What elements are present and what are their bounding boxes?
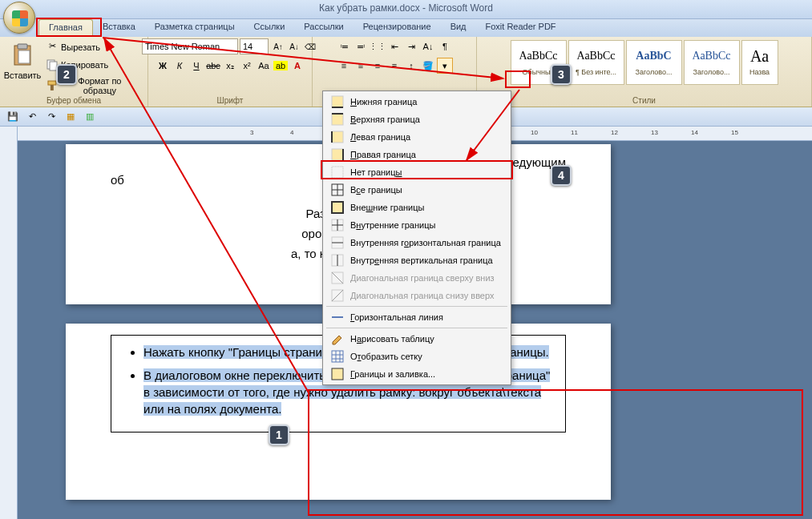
redo-icon: ↷ (48, 111, 55, 122)
undo-button[interactable]: ↶ (24, 109, 40, 125)
paste-button[interactable]: Вставить (5, 38, 40, 91)
clipboard-title: Буфер обмена (0, 96, 147, 105)
tab-layout[interactable]: Разметка страницы (145, 19, 244, 37)
indent-inc-button[interactable]: ⇥ (403, 38, 419, 54)
sort-icon: A↓ (423, 42, 434, 51)
menu-borders-shading[interactable]: Границы и заливка... (323, 365, 511, 383)
svg-rect-10 (332, 96, 343, 107)
font-color-icon: A (294, 61, 301, 70)
office-button[interactable] (3, 2, 35, 34)
borders-menu: ННижняя границаижняя граница Верхняя гра… (322, 91, 511, 385)
menu-inside-h-border[interactable]: Внутренняя горизонтальная граница (323, 234, 511, 251)
underline-button[interactable]: Ч (188, 58, 204, 74)
sort-button[interactable]: A↓ (420, 38, 436, 54)
no-border-icon (331, 166, 344, 179)
title-bar: Как убрать рамки.docx - Microsoft Word (0, 0, 812, 19)
undo-icon: ↶ (29, 111, 36, 122)
indent-dec-button[interactable]: ⇤ (386, 38, 402, 54)
highlight-button[interactable]: ab (273, 58, 289, 74)
subscript-button[interactable]: x₂ (222, 58, 238, 74)
align-left-button[interactable]: ≡ (336, 58, 352, 74)
tab-foxit[interactable]: Foxit Reader PDF (476, 19, 566, 37)
style-heading1[interactable]: AaBbC Заголово... (626, 40, 682, 85)
svg-rect-2 (18, 50, 30, 63)
style-heading2[interactable]: АаBbCc Заголово... (684, 40, 740, 85)
indent-dec-icon: ⇤ (391, 42, 398, 52)
superscript-button[interactable]: x² (239, 58, 255, 74)
tab-refs[interactable]: Ссылки (244, 19, 295, 37)
tab-home[interactable]: Главная (38, 19, 93, 37)
menu-bottom-border[interactable]: ННижняя границаижняя граница (323, 93, 511, 111)
strike-button[interactable]: abc (205, 58, 221, 74)
svg-rect-40 (332, 368, 343, 380)
align-right-button[interactable]: ≡ (370, 58, 386, 74)
svg-rect-5 (48, 81, 56, 85)
font-color-button[interactable]: A (289, 58, 305, 74)
multilevel-button[interactable]: ⋮⋮ (370, 38, 386, 54)
menu-diag-up: Диагональная граница снизу вверх (323, 287, 511, 304)
line-spacing-icon: ↕ (409, 61, 414, 70)
menu-horizontal-line[interactable]: Горизонтальная линия (323, 308, 511, 326)
all-borders-icon (331, 183, 344, 196)
shrink-font-button[interactable]: A↓ (286, 38, 302, 54)
style-no-spacing[interactable]: АаBbCc ¶ Без инте... (568, 40, 624, 85)
menu-all-borders[interactable]: Все границы (323, 181, 511, 199)
menu-no-border[interactable]: Нет границы (323, 163, 511, 181)
align-left-icon: ≡ (341, 61, 346, 70)
svg-rect-16 (332, 149, 343, 160)
menu-left-border[interactable]: Левая граница (323, 128, 511, 146)
shading-button[interactable]: 🪣 (420, 58, 436, 74)
change-case-button[interactable]: Aa (256, 58, 272, 74)
vertical-ruler[interactable] (0, 127, 18, 519)
svg-rect-18 (332, 167, 343, 178)
multilevel-icon: ⋮⋮ (369, 42, 386, 52)
align-center-button[interactable]: ≡ (353, 58, 369, 74)
ribbon-tabs: Главная Вставка Разметка страницы Ссылки… (0, 19, 812, 37)
cut-button[interactable]: ✂ Вырезать (42, 38, 143, 56)
qat-extra2[interactable]: ▥ (82, 109, 98, 125)
inside-h-icon (331, 236, 344, 249)
bold-button[interactable]: Ж (155, 58, 171, 74)
callout-4: 4 (551, 165, 572, 186)
show-marks-button[interactable]: ¶ (437, 38, 453, 54)
justify-icon: ≡ (392, 61, 397, 70)
menu-right-border[interactable]: Правая граница (323, 146, 511, 163)
bottom-border-icon (331, 95, 344, 108)
pilcrow-icon: ¶ (442, 42, 447, 51)
left-border-icon (331, 131, 344, 143)
justify-button[interactable]: ≡ (386, 58, 402, 74)
svg-rect-35 (332, 351, 343, 362)
font-family-select[interactable] (142, 38, 238, 54)
grid-icon (331, 350, 344, 363)
tab-review[interactable]: Рецензирование (353, 19, 441, 37)
save-button[interactable]: 💾 (5, 109, 21, 125)
style-title[interactable]: Аа Назва (741, 40, 778, 85)
menu-draw-table[interactable]: Нарисовать таблицу (323, 330, 511, 348)
tab-mail[interactable]: Рассылки (294, 19, 353, 37)
line-spacing-button[interactable]: ↕ (403, 58, 419, 74)
paste-label: Вставить (4, 70, 42, 80)
font-size-select[interactable] (240, 38, 269, 54)
borders-button[interactable]: ▾ (437, 58, 453, 74)
menu-inside-borders[interactable]: Внутренние границы (323, 216, 511, 234)
table-icon: ▦ (67, 111, 75, 122)
scissors-icon: ✂ (46, 41, 59, 54)
qat-extra1[interactable]: ▦ (63, 109, 79, 125)
redo-button[interactable]: ↷ (43, 109, 59, 125)
tab-view[interactable]: Вид (441, 19, 476, 37)
grow-font-button[interactable]: A↑ (270, 38, 286, 54)
bucket-icon: 🪣 (422, 61, 434, 71)
window-title: Как убрать рамки.docx - Microsoft Word (319, 2, 493, 14)
tab-insert[interactable]: Вставка (93, 19, 145, 37)
menu-inside-v-border[interactable]: Внутренняя вертикальная граница (323, 251, 511, 269)
menu-top-border[interactable]: Верхняя граница (323, 111, 511, 128)
shrink-font-icon: A↓ (289, 42, 299, 51)
group-styles: АаBbCc Обычный АаBbCc ¶ Без инте... AaBb… (477, 37, 812, 107)
group-font: A↑ A↓ ⌫ Ж К Ч abc x₂ x² Aa ab A Шрифт (148, 37, 313, 107)
numbering-button[interactable]: ≕ (353, 38, 369, 54)
menu-outside-borders[interactable]: Внешние границы (323, 199, 511, 216)
italic-button[interactable]: К (172, 58, 188, 74)
bullets-button[interactable]: ≔ (336, 38, 352, 54)
menu-show-grid[interactable]: Отобразить сетку (323, 348, 511, 365)
paste-icon (10, 42, 35, 68)
